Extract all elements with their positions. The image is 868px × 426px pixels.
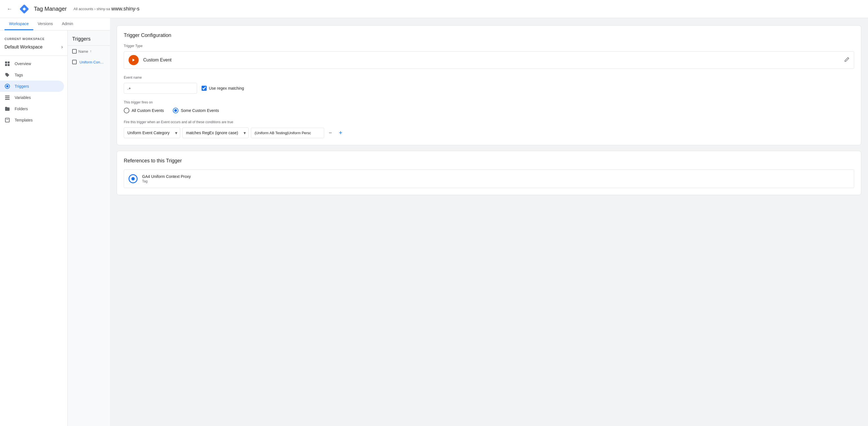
reference-info: GA4 Uniform Context Proxy Tag [142,174,191,183]
svg-rect-3 [5,64,7,66]
trigger-type-name: Custom Event [143,58,172,63]
event-name-input[interactable] [124,83,197,94]
radio-some-label: Some Custom Events [181,108,219,113]
event-name-section: Event name Use regex matching [124,75,854,94]
event-name-section-label: Event name [124,75,854,80]
svg-rect-2 [8,61,9,63]
condition-remove-button[interactable]: − [327,128,334,137]
fires-on-section: This trigger fires on All Custom Events … [124,100,854,113]
condition-operator-select[interactable]: equals contains matches RegEx matches Re… [182,127,249,138]
condition-operator-wrapper: equals contains matches RegEx matches Re… [182,127,249,138]
workspace-label: CURRENT WORKSPACE [4,37,63,40]
reference-type: Tag [142,179,191,183]
condition-variable-wrapper: Uniform Event Category Event Name Page U… [124,127,180,138]
use-regex-checkbox[interactable] [202,86,207,91]
sidebar-item-variables-label: Variables [15,95,31,100]
workspace-name: Default Workspace [4,44,42,50]
sidebar-item-triggers[interactable]: Triggers [0,81,64,92]
svg-rect-8 [5,97,9,98]
workspace-section: CURRENT WORKSPACE Default Workspace › [0,35,67,56]
back-button[interactable]: ← [4,3,15,14]
breadcrumb: All accounts › shiny-sa www.shiny-s [73,6,140,12]
references-title: References to this Trigger [124,158,854,164]
svg-rect-9 [5,99,9,100]
trigger-type-left: Custom Event [129,55,172,65]
variables-icon [4,95,10,100]
sidebar-item-folders-label: Folders [15,106,28,111]
sort-direction: ↑ [90,49,92,53]
event-name-row: Use regex matching [124,83,854,94]
radio-all-btn[interactable] [124,108,129,113]
svg-rect-7 [5,96,9,96]
sidebar-item-overview[interactable]: Overview [0,58,64,69]
svg-rect-11 [6,119,8,120]
sidebar-item-triggers-label: Triggers [15,84,29,89]
logo-icon [19,4,29,14]
sidebar-item-templates-label: Templates [15,118,33,122]
app-title: Tag Manager [34,6,67,12]
references-card: References to this Trigger GA4 Uniform C… [117,151,861,195]
tag-icon [4,72,10,78]
tab-admin[interactable]: Admin [57,18,78,30]
reference-name: GA4 Uniform Context Proxy [142,174,191,179]
sidebar-item-folders[interactable]: Folders [0,103,64,115]
condition-row: Uniform Event Category Event Name Page U… [124,127,854,138]
templates-icon [4,117,10,123]
svg-point-6 [6,85,8,87]
trigger-item-checkbox[interactable] [72,60,77,64]
detail-overlay: × Uniform Context Event Trigger Configur… [110,30,868,426]
condition-add-button[interactable]: + [337,128,345,138]
sidebar: CURRENT WORKSPACE Default Workspace › Ov… [0,30,68,426]
workspace-selector[interactable]: Default Workspace › [4,43,63,51]
regex-checkbox-row: Use regex matching [202,86,244,91]
trigger-config-card: Trigger Configuration Trigger Type Custo… [117,30,861,145]
conditions-section: Fire this trigger when an Event occurs a… [124,120,854,138]
select-all-checkbox[interactable] [72,49,77,54]
tab-versions[interactable]: Versions [33,18,58,30]
svg-rect-4 [8,64,9,66]
sidebar-item-templates[interactable]: Templates [0,115,64,126]
reference-item[interactable]: GA4 Uniform Context Proxy Tag [124,170,854,188]
reference-icon [129,174,137,183]
sidebar-item-overview-label: Overview [15,61,31,66]
fires-on-radio-group: All Custom Events Some Custom Events [124,108,854,113]
radio-all-custom-events[interactable]: All Custom Events [124,108,164,113]
edit-trigger-type-icon[interactable] [844,57,849,63]
trigger-item-label[interactable]: Uniform Con… [80,60,104,64]
svg-rect-10 [5,118,9,122]
app-container: ← Tag Manager All accounts › shiny-sa ww… [0,0,868,426]
sidebar-item-variables[interactable]: Variables [0,92,64,103]
top-bar: ← Tag Manager All accounts › shiny-sa ww… [0,0,868,18]
svg-rect-1 [5,61,7,63]
radio-all-label: All Custom Events [132,108,164,113]
tab-workspace[interactable]: Workspace [4,18,33,30]
triggers-icon [4,84,10,89]
radio-some-custom-events[interactable]: Some Custom Events [173,108,219,113]
custom-event-type-icon [129,55,139,65]
reference-icon-inner [131,177,135,180]
sidebar-item-tags[interactable]: Tags [0,69,64,81]
workspace-chevron-icon: › [61,44,63,50]
radio-some-inner [174,109,177,112]
trigger-type-selector[interactable]: Custom Event [124,51,854,69]
folder-icon [4,106,10,112]
content-area: CURRENT WORKSPACE Default Workspace › Ov… [0,30,868,426]
fires-on-label: This trigger fires on [124,100,854,104]
breadcrumb-prefix: All accounts › shiny-sa [73,7,110,11]
trigger-type-label: Trigger Type [124,44,854,48]
breadcrumb-url: www.shiny-s [111,6,140,12]
condition-variable-select[interactable]: Uniform Event Category Event Name Page U… [124,127,180,138]
condition-value-input[interactable] [251,128,324,138]
radio-some-btn[interactable] [173,108,179,113]
grid-icon [4,61,10,66]
conditions-label: Fire this trigger when an Event occurs a… [124,120,854,124]
use-regex-label: Use regex matching [209,86,244,91]
sidebar-item-tags-label: Tags [15,73,23,77]
sort-name-label: Name [79,49,88,54]
trigger-config-title: Trigger Configuration [124,32,854,38]
